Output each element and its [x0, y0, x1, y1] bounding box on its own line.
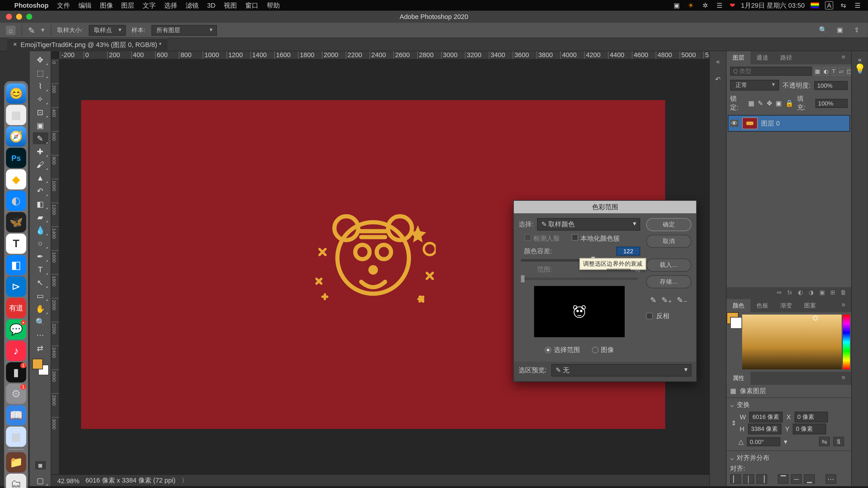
fuzziness-input[interactable]: 122 — [616, 247, 640, 256]
ruler-horizontal[interactable]: -200020040060080010001200140016001800200… — [60, 51, 709, 60]
eyedropper-icon[interactable]: ✎ — [650, 295, 657, 304]
dialog-title[interactable]: 色彩范围 — [514, 201, 696, 213]
tool-swap-fgbg[interactable]: ⇄ — [33, 342, 48, 354]
radio-image[interactable]: 图像 — [592, 346, 614, 355]
dock-text[interactable]: T — [6, 234, 26, 254]
tool-zoom[interactable]: 🔍 — [33, 316, 48, 328]
menubar-snow-icon[interactable]: ✲ — [701, 1, 709, 9]
tool-shape[interactable]: ▭ — [33, 290, 48, 302]
angle-input[interactable]: 0.00° — [747, 437, 780, 446]
new-layer-icon[interactable]: ⊞ — [829, 289, 837, 297]
dock-stack[interactable]: 🗂 — [6, 474, 26, 488]
align-chevron-icon[interactable]: ⌵ — [730, 454, 734, 462]
tool-marquee[interactable]: ⬚ — [33, 67, 48, 78]
layer-thumbnail[interactable] — [742, 117, 758, 129]
tab-close-icon[interactable]: × — [13, 40, 17, 49]
dock-app-grid[interactable]: ▦ — [6, 427, 26, 447]
expand-panels-icon[interactable]: « — [713, 56, 723, 67]
invert-checkbox[interactable] — [646, 313, 653, 319]
dock-terminal[interactable]: ▮1 — [6, 362, 26, 383]
doc-dimensions[interactable]: 6016 像素 x 3384 像素 (72 ppi) — [86, 476, 176, 485]
align-right-icon[interactable]: ▕ — [756, 474, 767, 484]
quick-mask[interactable]: ◙ — [35, 461, 45, 469]
share-icon[interactable]: ⇪ — [851, 25, 862, 35]
dock-sketch[interactable]: ◆ — [6, 169, 26, 190]
dock-butterfly[interactable]: 🦋 — [6, 212, 26, 232]
lock-artboard-icon[interactable]: ▣ — [776, 99, 781, 107]
filter-type-icon[interactable]: T — [832, 67, 836, 75]
tool-hand[interactable]: ✋ — [33, 303, 48, 315]
mask-icon[interactable]: ◐ — [796, 289, 805, 297]
eyedropper-tool-icon[interactable]: ✎ — [28, 25, 35, 35]
menubar-sun-icon[interactable]: ☀ — [687, 1, 695, 9]
width-input[interactable]: 6016 像素 — [749, 412, 783, 422]
dock-launchpad[interactable]: ▦ — [6, 105, 26, 125]
menubar-lang-icon[interactable]: A — [825, 1, 833, 9]
fill-input[interactable]: 100% — [815, 98, 848, 107]
dock-wechat[interactable]: 💬• — [6, 319, 26, 339]
tool-frame[interactable]: ▣ — [33, 119, 48, 131]
dock-app-book[interactable]: 📖 — [6, 405, 26, 425]
eyedropper-add-icon[interactable]: ✎₊ — [661, 295, 672, 304]
preview-mode-dropdown[interactable]: 无 — [551, 364, 691, 377]
layer-visibility-icon[interactable]: 👁 — [730, 120, 739, 127]
zoom-level[interactable]: 42.98% — [57, 477, 79, 484]
filter-shape-icon[interactable]: ▱ — [838, 67, 844, 75]
channels-tab[interactable]: 通道 — [750, 51, 774, 64]
tool-eraser[interactable]: ◧ — [33, 198, 48, 210]
menu-filter[interactable]: 滤镜 — [186, 1, 199, 10]
sample-size-dropdown[interactable]: 取样点 — [89, 25, 125, 35]
align-hcenter-icon[interactable]: │ — [743, 474, 754, 484]
dock-folder[interactable]: 📁 — [6, 452, 26, 473]
panel-menu-icon[interactable]: ≡ — [836, 51, 851, 64]
canvas-area[interactable]: -200020040060080010001200140016001800200… — [51, 51, 709, 486]
load-button[interactable]: 载入… — [646, 258, 691, 271]
ruler-vertical[interactable]: 0200400600800100012001400160018002000220… — [51, 60, 60, 486]
properties-tab[interactable]: 属性 — [727, 372, 750, 385]
menubar-list-icon[interactable]: ☰ — [854, 1, 862, 9]
expand-right-icon[interactable]: « — [858, 56, 862, 63]
dock-youdao[interactable]: 有道 — [6, 298, 26, 318]
group-icon[interactable]: ▣ — [818, 289, 826, 297]
localized-checkbox[interactable] — [572, 234, 578, 240]
window-zoom[interactable] — [26, 14, 32, 20]
layer-search[interactable] — [730, 67, 812, 76]
y-input[interactable]: 0 像素 — [793, 424, 827, 434]
eyedropper-sub-icon[interactable]: ✎₋ — [677, 295, 687, 304]
save-button[interactable]: 存储… — [646, 275, 691, 288]
app-name[interactable]: Photoshop — [14, 2, 49, 9]
align-bottom-icon[interactable]: ▁ — [804, 474, 815, 484]
lock-all-icon[interactable]: 🔒 — [785, 99, 794, 107]
menu-3d[interactable]: 3D — [207, 2, 215, 9]
tool-heal[interactable]: ✚ — [33, 145, 48, 157]
align-more-icon[interactable]: ⋯ — [826, 474, 836, 484]
filter-adjust-icon[interactable]: ◐ — [823, 67, 829, 75]
color-menu-icon[interactable]: ≡ — [836, 299, 851, 312]
opacity-input[interactable]: 100% — [814, 80, 848, 90]
dock-preferences[interactable]: ⚙1 — [6, 384, 26, 404]
tool-more[interactable]: ⋯ — [33, 329, 48, 341]
tool-pen[interactable]: ✒ — [33, 250, 48, 262]
menu-select[interactable]: 选择 — [164, 1, 177, 10]
status-chevron-icon[interactable]: 〉 — [182, 476, 188, 485]
menu-help[interactable]: 帮助 — [267, 1, 280, 10]
screen-mode[interactable]: ▢ — [33, 474, 48, 486]
workspace-icon[interactable]: ▣ — [835, 25, 845, 35]
tool-wand[interactable]: ✧ — [33, 93, 48, 105]
select-dropdown[interactable]: 取样颜色 — [537, 218, 640, 230]
tool-lasso[interactable]: ⌇ — [33, 80, 48, 92]
menubar-flag-icon[interactable] — [811, 2, 819, 8]
paths-tab[interactable]: 路径 — [774, 51, 798, 64]
link-wh-icon[interactable]: ⇕ — [730, 419, 737, 427]
window-minimize[interactable] — [16, 14, 22, 20]
menubar-icon-1[interactable]: ▣ — [673, 1, 681, 9]
dock-music[interactable]: ♪ — [6, 341, 26, 361]
tool-stamp[interactable]: ▲ — [33, 171, 48, 184]
align-vcenter-icon[interactable]: ─ — [791, 474, 802, 484]
window-close[interactable] — [6, 14, 12, 20]
home-button[interactable]: ⌂ — [6, 25, 16, 35]
lock-paint-icon[interactable]: ✎ — [758, 99, 763, 107]
blend-mode-dropdown[interactable]: 正常 — [730, 80, 779, 90]
transform-chevron-icon[interactable]: ⌵ — [730, 401, 734, 409]
align-left-icon[interactable]: ▏ — [730, 474, 741, 484]
